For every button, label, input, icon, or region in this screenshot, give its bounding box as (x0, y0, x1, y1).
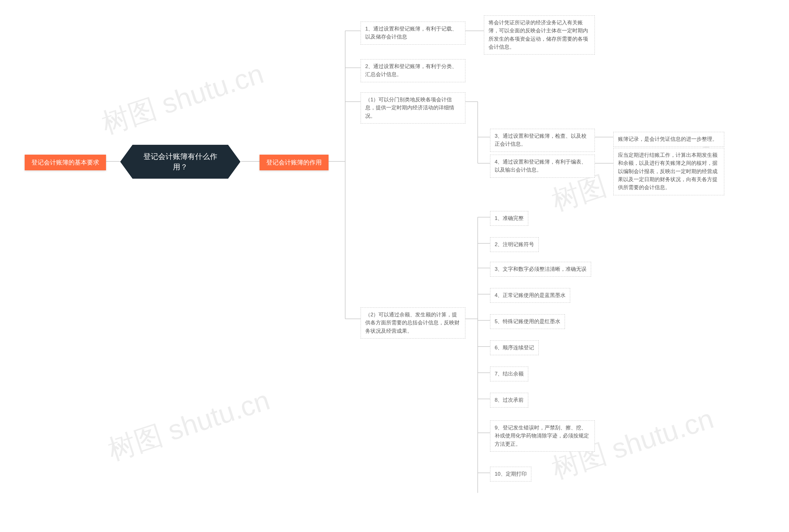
branch-right-functions[interactable]: 登记会计账簿的作用 (260, 155, 328, 170)
root-title: 登记会计账簿有什么作用？ (140, 151, 221, 172)
node-b3-text: 3、文字和数字必须整洁清晰，准确无误 (495, 266, 586, 272)
node-b7[interactable]: 7、结出余额 (490, 366, 528, 381)
node-b2[interactable]: 2、注明记账符号 (490, 237, 539, 252)
node-a5[interactable]: 4、通过设置和登记账簿，有利于编表、以及输出会计信息。 (490, 155, 595, 178)
node-b5-text: 5、特殊记账使用的是红墨水 (495, 319, 560, 324)
node-a5-detail-text: 应当定期进行结账工作，计算出本期发生额和余额，以及进行有关账簿之间的核对，据以编… (618, 152, 717, 190)
node-b5[interactable]: 5、特殊记账使用的是红墨水 (490, 314, 565, 329)
node-b-head-text: （2）可以通过余额、发生额的计算，提供各方面所需要的总括会计信息，反映财务状况及… (365, 312, 459, 334)
branch-right-label: 登记会计账簿的作用 (266, 159, 322, 166)
node-b9-text: 9、登记发生错误时，严禁刮、擦、挖、补或使用化学药物清除字迹，必须按规定方法更正… (495, 425, 589, 447)
node-b1[interactable]: 1、准确完整 (490, 211, 528, 226)
node-b1-text: 1、准确完整 (495, 215, 524, 221)
node-b7-text: 7、结出余额 (495, 371, 524, 377)
root-hex-left-cap (120, 145, 133, 179)
node-b8-text: 8、过次承前 (495, 397, 524, 403)
node-b-head[interactable]: （2）可以通过余额、发生额的计算，提供各方面所需要的总括会计信息，反映财务状况及… (361, 307, 465, 339)
node-a4-detail-text: 账簿记录，是会计凭证信息的进一步整理。 (618, 136, 717, 142)
node-b2-text: 2、注明记账符号 (495, 242, 534, 247)
root-node[interactable]: 登记会计账簿有什么作用？ (133, 145, 228, 179)
node-a1[interactable]: 1、通过设置和登记账簿，有利于记载、以及储存会计信息 (361, 22, 465, 45)
node-b3[interactable]: 3、文字和数字必须整洁清晰，准确无误 (490, 262, 591, 277)
node-a4-text: 3、通过设置和登记账簿，检查、以及校正会计信息。 (495, 133, 586, 147)
node-b4[interactable]: 4、正常记账使用的是蓝黑墨水 (490, 288, 570, 303)
node-a4[interactable]: 3、通过设置和登记账簿，检查、以及校正会计信息。 (490, 129, 595, 152)
node-a4-detail[interactable]: 账簿记录，是会计凭证信息的进一步整理。 (613, 132, 724, 147)
node-b6[interactable]: 6、顺序连续登记 (490, 340, 539, 355)
node-a1-detail[interactable]: 将会计凭证所记录的经济业务记入有关账簿，可以全面的反映会计主体在一定时期内所发生… (484, 15, 595, 55)
node-b9[interactable]: 9、登记发生错误时，严禁刮、擦、挖、补或使用化学药物清除字迹，必须按规定方法更正… (490, 420, 595, 452)
node-b8[interactable]: 8、过次承前 (490, 393, 528, 407)
watermark: 树图 shutu.cn (97, 55, 268, 143)
branch-left-basic-requirements[interactable]: 登记会计账簿的基本要求 (25, 155, 106, 170)
node-b6-text: 6、顺序连续登记 (495, 345, 534, 350)
node-a2[interactable]: 2、通过设置和登记账簿，有利于分类、汇总会计信息。 (361, 59, 465, 82)
branch-left-label: 登记会计账簿的基本要求 (32, 159, 99, 166)
watermark: 树图 shutu.cn (103, 382, 274, 470)
node-a5-detail[interactable]: 应当定期进行结账工作，计算出本期发生额和余额，以及进行有关账簿之间的核对，据以编… (613, 148, 724, 195)
mindmap-canvas: 树图 shutu.cn 树图 shutu.cn 树图 shutu.cn 树图 s… (0, 0, 789, 532)
node-a1-detail-text: 将会计凭证所记录的经济业务记入有关账簿，可以全面的反映会计主体在一定时期内所发生… (489, 20, 588, 50)
node-a2-text: 2、通过设置和登记账簿，有利于分类、汇总会计信息。 (365, 63, 457, 77)
node-b10[interactable]: 10、定期打印 (490, 467, 531, 481)
node-b4-text: 4、正常记账使用的是蓝黑墨水 (495, 292, 566, 298)
node-a3[interactable]: （1）可以分门别类地反映各项会计信息，提供一定时期内经济活动的详细情况。 (361, 92, 465, 124)
node-a5-text: 4、通过设置和登记账簿，有利于编表、以及输出会计信息。 (495, 159, 586, 173)
root-hex-right-cap (228, 145, 240, 179)
node-a3-text: （1）可以分门别类地反映各项会计信息，提供一定时期内经济活动的详细情况。 (365, 97, 454, 119)
node-b10-text: 10、定期打印 (495, 471, 527, 477)
node-a1-text: 1、通过设置和登记账簿，有利于记载、以及储存会计信息 (365, 26, 457, 40)
